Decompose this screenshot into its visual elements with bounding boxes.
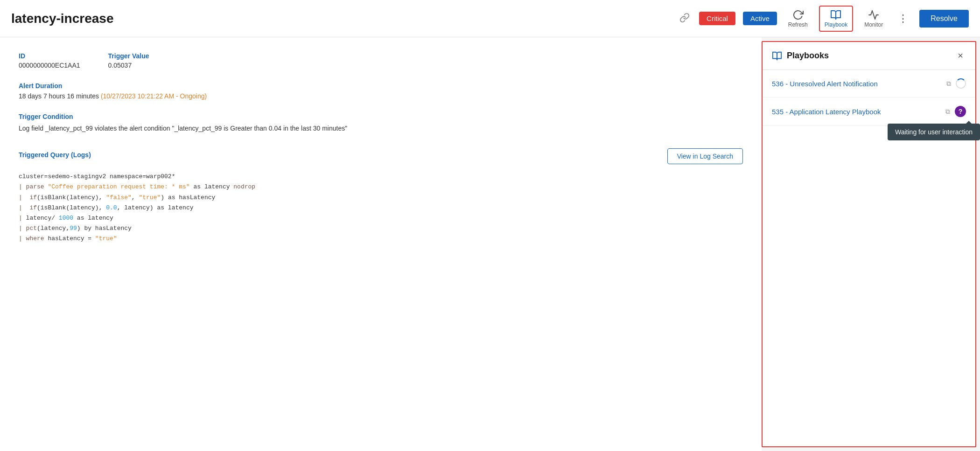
id-value: 0000000000EC1AA1 [19, 62, 80, 69]
alert-duration-time: (10/27/2023 10:21:22 AM - Ongoing) [101, 92, 207, 100]
playbooks-panel: Playbooks × 536 - Unresolved Alert Notif… [762, 41, 976, 447]
playbook-button[interactable]: Playbook [819, 6, 853, 32]
header-actions: Critical Active Refresh Playbook Monitor… [678, 6, 969, 32]
main-layout: ID 0000000000EC1AA1 Trigger Value 0.0503… [0, 37, 980, 451]
view-log-search-button[interactable]: View in Log Search [667, 148, 743, 164]
trigger-condition-section: Trigger Condition Log field _latency_pct… [19, 113, 743, 133]
refresh-button[interactable]: Refresh [784, 7, 812, 30]
code-line-2: | parse "Coffee preparation request time… [19, 182, 743, 192]
triggered-query-header: Triggered Query (Logs) View in Log Searc… [19, 148, 743, 164]
triggered-query-section: Triggered Query (Logs) View in Log Searc… [19, 148, 743, 244]
playbook-535-link[interactable]: 535 - Application Latency Playbook [772, 108, 881, 116]
playbooks-close-button[interactable]: × [955, 49, 966, 62]
playbooks-title-icon [772, 51, 782, 61]
content-area: ID 0000000000EC1AA1 Trigger Value 0.0503… [0, 37, 762, 451]
external-link-icon-536[interactable]: ⧉ [946, 80, 951, 88]
trigger-condition-label: Trigger Condition [19, 113, 743, 120]
playbook-item-536: 536 - Unresolved Alert Notification ⧉ [763, 70, 975, 97]
meta-row: ID 0000000000EC1AA1 Trigger Value 0.0503… [19, 52, 743, 69]
code-line-1: cluster=sedemo-stagingv2 namespace=warp0… [19, 172, 743, 182]
playbook-536-link[interactable]: 536 - Unresolved Alert Notification [772, 80, 878, 88]
refresh-label: Refresh [788, 21, 808, 28]
id-col: ID 0000000000EC1AA1 [19, 52, 80, 69]
code-line-7: | where hasLatency = "true" [19, 234, 743, 244]
playbook-535-actions: ⧉ ? [945, 106, 966, 117]
page-header: latency-increase Critical Active Refresh… [0, 0, 980, 37]
playbook-item-535: 535 - Application Latency Playbook ⧉ ? W… [763, 97, 975, 126]
code-line-3: | if(isBlank(latency), "false", "true") … [19, 193, 743, 203]
code-line-4: | if(isBlank(latency), 0.0, latency) as … [19, 203, 743, 213]
triggered-query-label: Triggered Query (Logs) [19, 151, 91, 159]
resolve-button[interactable]: Resolve [919, 10, 969, 28]
playbook-icon [830, 9, 841, 21]
alert-duration-section: Alert Duration 18 days 7 hours 16 minute… [19, 82, 743, 100]
waiting-tooltip: Waiting for user interaction [888, 124, 980, 140]
playbook-536-actions: ⧉ [946, 78, 966, 89]
playbook-label: Playbook [825, 21, 847, 28]
refresh-icon [792, 9, 804, 21]
trigger-value-label: Trigger Value [108, 52, 149, 60]
trigger-condition-text: Log field _latency_pct_99 violates the a… [19, 123, 743, 133]
link-icon-button[interactable] [678, 11, 692, 26]
monitor-button[interactable]: Monitor [861, 7, 887, 30]
code-line-5: | latency/ 1000 as latency [19, 213, 743, 223]
more-options-button[interactable]: ⋮ [894, 11, 912, 27]
code-block: cluster=sedemo-stagingv2 namespace=warp0… [19, 172, 743, 244]
alert-duration-label: Alert Duration [19, 82, 743, 90]
alert-duration-value: 18 days 7 hours 16 minutes (10/27/2023 1… [19, 92, 743, 100]
active-badge: Active [743, 12, 777, 25]
page-title: latency-increase [11, 11, 670, 26]
playbook-535-status-question[interactable]: ? [955, 106, 966, 117]
link-icon [679, 13, 690, 23]
id-label: ID [19, 52, 80, 60]
code-line-6: | pct(latency,99) by hasLatency [19, 223, 743, 234]
playbook-536-spinner [956, 78, 966, 89]
playbooks-panel-header: Playbooks × [763, 42, 975, 70]
monitor-label: Monitor [864, 21, 883, 28]
playbooks-panel-title: Playbooks [772, 51, 829, 61]
critical-badge: Critical [699, 12, 735, 25]
trigger-value-col: Trigger Value 0.05037 [108, 52, 149, 69]
external-link-icon-535[interactable]: ⧉ [945, 108, 950, 116]
trigger-value: 0.05037 [108, 62, 149, 69]
monitor-icon [868, 9, 879, 21]
